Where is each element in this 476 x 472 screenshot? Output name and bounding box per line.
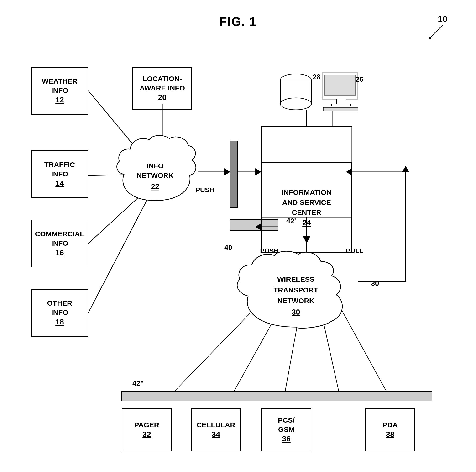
pcs-gsm-label: PCS/GSM	[278, 415, 295, 434]
svg-text:INFO: INFO	[147, 162, 164, 170]
svg-rect-38	[324, 75, 356, 95]
svg-rect-41	[323, 107, 358, 111]
ref-42-double-prime-label: 42"	[132, 379, 144, 387]
pcs-gsm-box: PCS/GSM 36	[261, 408, 311, 451]
svg-text:NETWORK: NETWORK	[137, 171, 174, 179]
location-ref: 20	[158, 93, 167, 103]
pager-box: PAGER 32	[122, 408, 172, 451]
svg-point-36	[280, 98, 311, 110]
svg-rect-9	[230, 141, 238, 208]
pda-box: PDA 38	[365, 408, 415, 451]
svg-marker-8	[224, 168, 230, 175]
pda-ref: 38	[386, 430, 394, 439]
svg-line-5	[88, 198, 148, 313]
svg-text:30: 30	[291, 308, 300, 316]
svg-text:TRANSPORT: TRANSPORT	[274, 286, 318, 294]
service-center-ref: 24	[302, 217, 311, 228]
weather-info-box: WEATHER INFO 12	[31, 67, 88, 115]
svg-rect-23	[122, 392, 432, 401]
pager-label: PAGER	[134, 420, 159, 430]
svg-marker-11	[255, 168, 261, 175]
ref-28-label: 28	[313, 73, 321, 81]
svg-rect-40	[332, 104, 351, 106]
svg-marker-31	[402, 166, 409, 172]
ref-42-prime-label: 42'	[286, 217, 296, 225]
cellular-label: CELLULAR	[197, 420, 235, 430]
service-center-box: INFORMATIONAND SERVICECENTER 24	[261, 162, 352, 253]
pull-label: PULL	[346, 247, 363, 255]
push-label-bottom: PUSH	[260, 247, 279, 255]
other-info-box: OTHER INFO 18	[31, 289, 88, 337]
info-network-cloud: INFO NETWORK 22	[110, 131, 200, 210]
wireless-network-cloud: WIRELESS TRANSPORT NETWORK 30	[227, 248, 365, 334]
pda-label: PDA	[382, 420, 397, 430]
other-info-label: OTHER INFO	[47, 298, 72, 317]
svg-text:NETWORK: NETWORK	[277, 297, 314, 305]
commercial-info-label: COMMERCIAL INFO	[35, 229, 85, 248]
cellular-box: CELLULAR 34	[191, 408, 241, 451]
location-info-label: LOCATION- AWARE INFO	[140, 74, 185, 93]
traffic-ref: 14	[55, 179, 64, 189]
weather-ref: 12	[55, 95, 64, 105]
other-ref: 18	[55, 317, 64, 327]
location-info-box: LOCATION- AWARE INFO 20	[132, 67, 192, 110]
traffic-info-box: TRAFFIC INFO 14	[31, 150, 88, 198]
svg-text:WIRELESS: WIRELESS	[277, 275, 315, 283]
ref-26-label: 26	[356, 75, 363, 83]
weather-info-label: WEATHER INFO	[42, 76, 77, 95]
push-label-top: PUSH	[196, 186, 214, 194]
svg-line-0	[431, 25, 442, 37]
svg-text:22: 22	[151, 182, 159, 191]
pager-ref: 32	[142, 430, 151, 439]
ref-30-label: 30	[371, 279, 379, 287]
service-center-label: INFORMATIONAND SERVICECENTER	[282, 187, 331, 217]
pcs-gsm-ref: 36	[282, 434, 291, 444]
cellular-ref: 34	[212, 430, 220, 439]
traffic-info-label: TRAFFIC INFO	[44, 160, 75, 179]
page-title: FIG. 1	[0, 0, 476, 29]
commercial-ref: 16	[55, 248, 64, 258]
commercial-info-box: COMMERCIAL INFO 16	[31, 220, 88, 267]
